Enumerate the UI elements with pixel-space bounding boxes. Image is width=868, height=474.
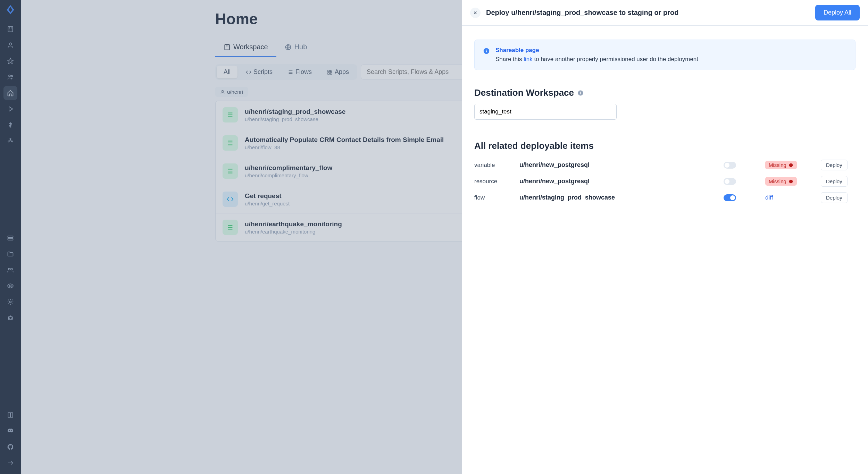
share-link[interactable]: link [524,56,533,62]
deploy-table: variable u/henri/new_postgresql Missing … [474,157,856,206]
shareable-info: Shareable page Share this link to have a… [474,40,856,70]
close-button[interactable] [470,8,481,18]
info-text: Share this link to have another properly… [495,56,698,63]
destination-input[interactable] [474,104,617,120]
panel-body: Shareable page Share this link to have a… [462,26,868,220]
row-name: u/henri/new_postgresql [519,178,717,185]
deploy-button[interactable]: Deploy [821,160,848,170]
diff-link[interactable]: diff [765,194,773,201]
row-kind: variable [474,162,512,169]
related-heading: All related deployable items [474,141,856,151]
row-kind: flow [474,194,512,201]
svg-text:i: i [580,91,581,95]
missing-badge: Missing [765,177,797,186]
missing-badge: Missing [765,161,797,169]
enable-toggle[interactable] [724,178,736,185]
info-icon [788,163,793,168]
deploy-row: flow u/henri/staging_prod_showcase diff … [474,189,856,206]
info-icon [483,48,490,63]
deploy-panel: Deploy u/henri/staging_prod_showcase to … [462,0,868,474]
svg-point-28 [789,179,793,183]
info-icon[interactable]: i [577,90,584,96]
panel-title: Deploy u/henri/staging_prod_showcase to … [486,9,810,17]
enable-toggle[interactable] [724,162,736,169]
row-name: u/henri/staging_prod_showcase [519,194,717,201]
destination-heading: Destination Workspace i [474,87,856,98]
panel-header: Deploy u/henri/staging_prod_showcase to … [462,0,868,26]
deploy-all-button[interactable]: Deploy All [815,5,860,20]
deploy-row: variable u/henri/new_postgresql Missing … [474,157,856,173]
enable-toggle[interactable] [724,194,736,201]
deploy-row: resource u/henri/new_postgresql Missing … [474,173,856,189]
svg-point-27 [789,163,793,167]
deploy-button[interactable]: Deploy [821,192,848,203]
row-name: u/henri/new_postgresql [519,161,717,169]
row-kind: resource [474,178,512,185]
info-icon [788,179,793,184]
info-title: Shareable page [495,47,698,54]
deploy-button[interactable]: Deploy [821,176,848,187]
close-icon [473,10,478,15]
